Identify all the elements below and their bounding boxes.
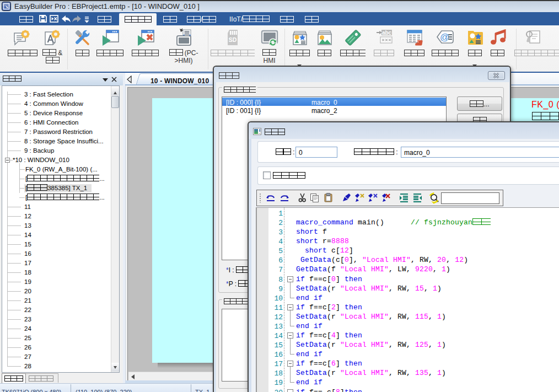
svg-text:abc: abc (382, 30, 392, 36)
svg-text:@: @ (440, 32, 449, 42)
svg-text:SD: SD (229, 36, 237, 43)
